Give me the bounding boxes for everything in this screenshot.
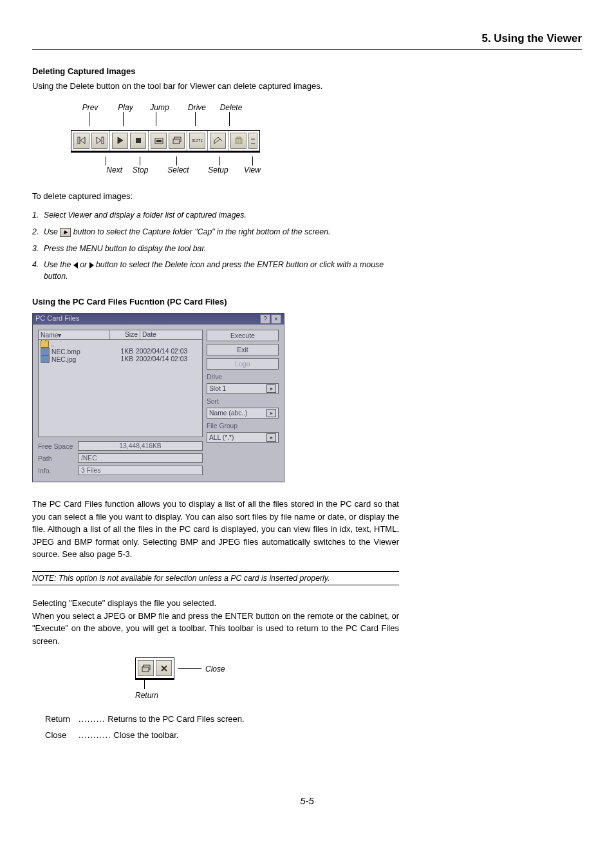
chevron-right-icon: ▸ [266, 409, 276, 417]
chevron-right-icon: ▸ [266, 384, 276, 393]
svg-marker-2 [97, 137, 101, 144]
step-3: 3.Press the MENU button to display the t… [32, 243, 399, 255]
folder-icon [41, 341, 49, 348]
col-date[interactable]: Date [140, 330, 202, 339]
path-value: /NEC [78, 453, 203, 463]
step-2: 2.Use ▶ button to select the Capture fol… [32, 227, 399, 238]
svg-marker-10 [214, 137, 220, 144]
chapter-header: 5. Using the Viewer [32, 32, 582, 50]
lead-text: To delete captured images: [32, 190, 399, 203]
help-icon[interactable]: ? [260, 314, 270, 324]
triangle-left-icon [73, 262, 78, 269]
col-name[interactable]: Name▾ [39, 330, 110, 339]
drive-select[interactable]: Slot 1▸ [207, 383, 279, 394]
pccard-dialog: PC Card Files ? × Name▾ Size Date .. [32, 313, 284, 482]
execute-paragraph-b: When you select a JPEG or BMP file and p… [32, 610, 399, 648]
execute-paragraph-a: Selecting "Execute" displays the file yo… [32, 597, 399, 610]
label-stop: Stop [122, 165, 158, 175]
setup-button[interactable] [210, 133, 226, 149]
viewer-toolbar: SLOT 1 [71, 130, 260, 153]
free-space-label: Free Space [38, 442, 78, 450]
svg-rect-9 [173, 139, 180, 144]
viewer-toolbar-figure: Prev Play Jump Drive Delete [71, 103, 399, 175]
file-header: Name▾ Size Date [38, 330, 203, 340]
group-select[interactable]: ALL (*.*)▸ [207, 432, 279, 443]
mini-toolbar-figure: Close Return [135, 657, 399, 700]
close-icon[interactable]: × [271, 314, 281, 324]
image-icon [41, 355, 50, 363]
svg-line-11 [219, 138, 222, 141]
execute-button[interactable]: Execute [207, 330, 279, 341]
dialog-title-text: PC Card Files [35, 314, 79, 324]
svg-marker-4 [118, 137, 123, 144]
svg-rect-5 [136, 138, 141, 143]
chevron-right-icon: ▸ [266, 433, 276, 442]
label-next: Next [71, 165, 122, 175]
label-view: View [238, 165, 266, 175]
dialog-titlebar: PC Card Files ? × [33, 314, 284, 325]
triangle-right-icon [89, 262, 94, 269]
close-button[interactable] [156, 660, 172, 676]
label-return: Return [135, 691, 174, 700]
delete-button[interactable] [230, 133, 247, 149]
svg-rect-16 [237, 137, 241, 138]
info-value: 3 Files [78, 466, 203, 475]
return-button[interactable] [138, 660, 154, 676]
mini-toolbar [135, 657, 174, 680]
pccard-paragraph: The PC Card Files function allows you to… [32, 498, 399, 561]
next-icon-inline: ▶ [60, 228, 71, 237]
label-play: Play [109, 103, 142, 112]
jump-button[interactable] [151, 133, 167, 149]
label-jump: Jump [142, 103, 178, 112]
label-select: Select [158, 165, 198, 175]
intro-text: Using the Delete button on the tool bar … [32, 80, 399, 93]
free-space-value: 13,448,416KB [78, 441, 203, 451]
label-setup: Setup [198, 165, 238, 175]
image-icon [41, 348, 50, 355]
heading-deleting: Deleting Captured Images [32, 66, 399, 76]
note-text: NOTE: This option is not available for s… [32, 571, 399, 586]
sort-select[interactable]: Name (abc..)▸ [207, 408, 279, 419]
steps-list: 1.Select Viewer and display a folder lis… [32, 210, 399, 283]
label-delete: Delete [216, 103, 246, 112]
step-4: 4.Use the or button to select the Delete… [32, 259, 399, 283]
sort-label: Sort [207, 398, 279, 405]
svg-rect-20 [142, 667, 149, 672]
page-number: 5-5 [32, 795, 582, 806]
file-list: .. NEC.bmp 1KB 2002/04/14 02:03 NEC.jpg … [38, 340, 203, 437]
table-row[interactable]: NEC.bmp 1KB 2002/04/14 02:03 [39, 348, 202, 355]
col-size[interactable]: Size [110, 330, 140, 339]
svg-rect-7 [156, 140, 162, 142]
definition-list: Return......... Returns to the PC Card F… [45, 712, 399, 743]
label-prev: Prev [71, 103, 109, 112]
prev-button[interactable] [73, 133, 89, 149]
group-label: File Group [207, 422, 279, 429]
label-drive: Drive [178, 103, 216, 112]
view-button[interactable] [248, 133, 257, 149]
path-label: Path [38, 455, 78, 462]
drive-label: Drive [207, 373, 279, 381]
next-button[interactable] [91, 133, 107, 149]
svg-rect-3 [102, 137, 104, 144]
label-close: Close [205, 665, 225, 674]
stop-button[interactable] [130, 133, 146, 149]
step-1: 1.Select Viewer and display a folder lis… [32, 210, 399, 222]
logo-button[interactable]: Logo [207, 358, 279, 370]
play-button[interactable] [112, 133, 128, 149]
heading-pccard: Using the PC Card Files Fucntion (PC Car… [32, 297, 399, 307]
table-row[interactable]: .. [39, 341, 202, 348]
table-row[interactable]: NEC.jpg 1KB 2002/04/14 02:03 [39, 355, 202, 363]
drive-button[interactable]: SLOT 1 [189, 133, 205, 149]
svg-rect-0 [78, 137, 80, 144]
select-button[interactable] [169, 133, 185, 149]
exit-button[interactable]: Exit [207, 344, 279, 355]
info-label: Info. [38, 467, 78, 475]
svg-marker-1 [80, 137, 85, 144]
